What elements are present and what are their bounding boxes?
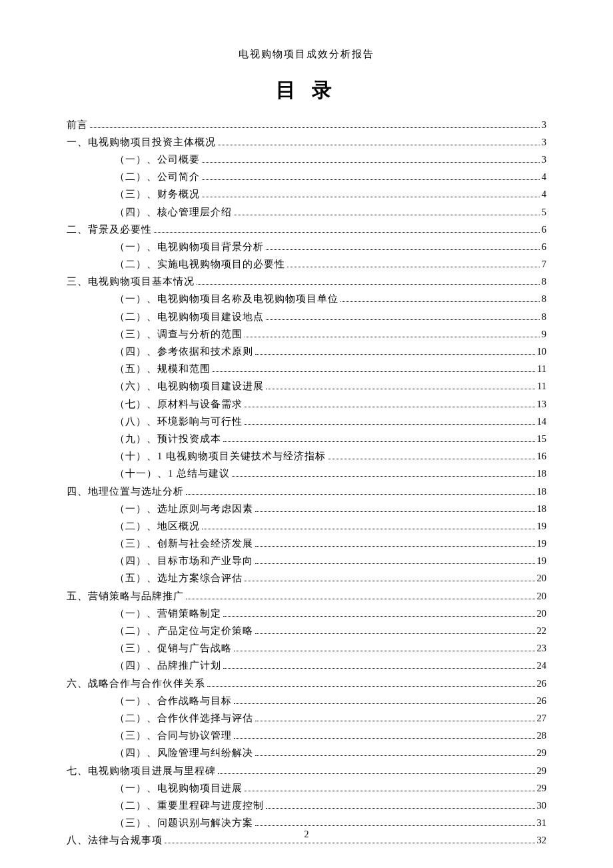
toc-entry[interactable]: （四）、参考依据和技术原则10 [67, 343, 546, 360]
toc-leader-dots [234, 731, 535, 739]
toc-entry[interactable]: 三、电视购物项目基本情况8 [67, 273, 546, 291]
toc-entry[interactable]: （一）、电视购物项目进展29 [67, 779, 546, 797]
toc-entry-page: 16 [537, 451, 547, 461]
toc-leader-dots [245, 399, 535, 407]
toc-entry-label: 五、营销策略与品牌推广 [67, 591, 184, 601]
toc-entry-label: 七、电视购物项目进展与里程碑 [67, 766, 216, 776]
page-number: 2 [0, 829, 613, 840]
toc-entry[interactable]: 五、营销策略与品牌推广20 [67, 587, 546, 605]
toc-entry-page: 18 [537, 504, 547, 514]
toc-entry[interactable]: （三）、合同与协议管理28 [67, 727, 546, 745]
toc-entry-page: 9 [542, 329, 546, 339]
toc-entry-page: 30 [537, 801, 547, 811]
toc-entry[interactable]: （二）、合作伙伴选择与评估27 [67, 709, 546, 727]
toc-entry[interactable]: （八）、环境影响与可行性14 [67, 413, 546, 430]
toc-entry[interactable]: （十一）、1 总结与建议18 [67, 465, 546, 483]
toc-entry[interactable]: （一）、电视购物项目背景分析6 [67, 238, 546, 255]
toc-leader-dots [218, 138, 540, 145]
toc-entry[interactable]: （二）、电视购物项目建设地点8 [67, 308, 546, 325]
toc-entry-label: （三）、合同与协议管理 [115, 731, 232, 741]
toc-leader-dots [202, 155, 540, 163]
toc-entry[interactable]: （三）、促销与广告战略23 [67, 640, 546, 657]
toc-entry[interactable]: （二）、重要里程碑与进度控制30 [67, 797, 546, 814]
toc-entry-label: （一）、电视购物项目背景分析 [115, 242, 264, 252]
toc-leader-dots [223, 661, 535, 669]
toc-entry[interactable]: （二）、地区概况19 [67, 517, 546, 535]
toc-entry-label: （二）、重要里程碑与进度控制 [115, 801, 264, 811]
toc-leader-dots [255, 714, 535, 721]
toc-entry[interactable]: （六）、电视购物项目建设进展11 [67, 378, 546, 395]
toc-entry-page: 20 [537, 573, 547, 583]
toc-entry-label: （二）、电视购物项目建设地点 [115, 312, 264, 322]
toc-entry-label: （四）、风险管理与纠纷解决 [115, 748, 253, 758]
toc-entry-label: 三、电视购物项目基本情况 [67, 277, 195, 287]
toc-entry-label: 六、战略合作与合作伙伴关系 [67, 679, 205, 689]
toc-entry[interactable]: 六、战略合作与合作伙伴关系26 [67, 675, 546, 692]
toc-entry[interactable]: （十）、1 电视购物项目关键技术与经济指标16 [67, 448, 546, 465]
toc-entry[interactable]: （二）、公司简介4 [67, 169, 546, 186]
toc-leader-dots [266, 243, 540, 250]
toc-entry-page: 3 [542, 137, 546, 147]
toc-entry-page: 3 [542, 120, 546, 130]
toc-entry-page: 29 [537, 748, 547, 758]
toc-leader-dots [202, 190, 540, 197]
toc-entry-label: （三）、创新与社会经济发展 [115, 539, 253, 549]
toc-entry-label: （一）、营销策略制定 [115, 609, 221, 619]
toc-entry-page: 18 [537, 469, 547, 479]
toc-entry[interactable]: （四）、风险管理与纠纷解决29 [67, 745, 546, 762]
toc-entry[interactable]: （三）、创新与社会经济发展19 [67, 535, 546, 553]
toc-entry-page: 10 [537, 347, 547, 357]
toc-entry[interactable]: （一）、选址原则与考虑因素18 [67, 500, 546, 517]
toc-leader-dots [266, 382, 535, 389]
toc-entry-page: 24 [537, 661, 547, 671]
toc-entry[interactable]: 二、背景及必要性6 [67, 221, 546, 238]
toc-entry-label: （一）、公司概要 [115, 155, 200, 165]
toc-entry-page: 11 [537, 364, 546, 374]
toc-entry[interactable]: 四、地理位置与选址分析18 [67, 483, 546, 500]
toc-entry[interactable]: （四）、核心管理层介绍5 [67, 203, 546, 221]
toc-entry-page: 14 [537, 417, 547, 427]
toc-leader-dots [223, 609, 535, 617]
toc-leader-dots [234, 644, 535, 651]
toc-leader-dots [232, 469, 535, 477]
toc-entry-page: 8 [542, 277, 546, 287]
toc-entry-page: 4 [542, 189, 546, 199]
toc-entry[interactable]: （一）、公司概要3 [67, 151, 546, 168]
toc-entry[interactable]: （二）、实施电视购物项目的必要性7 [67, 256, 546, 273]
toc-leader-dots [255, 749, 535, 756]
toc-entry-page: 7 [542, 259, 546, 269]
toc-entry[interactable]: （五）、规模和范围11 [67, 361, 546, 378]
toc-entry-page: 15 [537, 434, 547, 444]
toc-entry[interactable]: 七、电视购物项目进展与里程碑29 [67, 762, 546, 779]
toc-entry[interactable]: （三）、调查与分析的范围9 [67, 325, 546, 343]
toc-entry-page: 22 [537, 626, 547, 636]
toc-entry-label: 四、地理位置与选址分析 [67, 487, 184, 497]
toc-entry[interactable]: （二）、产品定位与定价策略22 [67, 622, 546, 639]
toc-entry-label: （一）、选址原则与考虑因素 [115, 504, 253, 514]
toc-entry[interactable]: 一、电视购物项目投资主体概况3 [67, 133, 546, 151]
toc-entry-page: 13 [537, 399, 547, 409]
toc-entry[interactable]: （四）、目标市场和产业导向19 [67, 553, 546, 570]
toc-entry[interactable]: （五）、选址方案综合评估20 [67, 570, 546, 587]
toc-entry-page: 29 [537, 766, 547, 776]
toc-entry-page: 18 [537, 487, 547, 497]
toc-entry-page: 19 [537, 521, 547, 531]
toc-leader-dots [255, 627, 535, 634]
toc-entry[interactable]: （四）、品牌推广计划24 [67, 657, 546, 675]
toc-entry[interactable]: （三）、财务概况4 [67, 186, 546, 203]
toc-entry[interactable]: （一）、营销策略制定20 [67, 605, 546, 622]
toc-leader-dots [255, 539, 535, 547]
toc-entry[interactable]: （七）、原材料与设备需求13 [67, 395, 546, 413]
toc-entry[interactable]: 前言3 [67, 116, 546, 133]
toc-entry[interactable]: （一）、合作战略与目标26 [67, 692, 546, 709]
toc-entry[interactable]: （一）、电视购物项目名称及电视购物项目单位8 [67, 291, 546, 308]
toc-entry-page: 19 [537, 539, 547, 549]
toc-entry-page: 28 [537, 731, 547, 741]
toc-title: 目 录 [67, 77, 546, 104]
toc-leader-dots [245, 417, 535, 425]
toc-entry[interactable]: （九）、预计投资成本15 [67, 430, 546, 447]
toc-leader-dots [255, 557, 535, 564]
toc-entry-page: 19 [537, 556, 547, 566]
toc-entry-page: 5 [542, 207, 546, 217]
toc-leader-dots [202, 522, 535, 529]
